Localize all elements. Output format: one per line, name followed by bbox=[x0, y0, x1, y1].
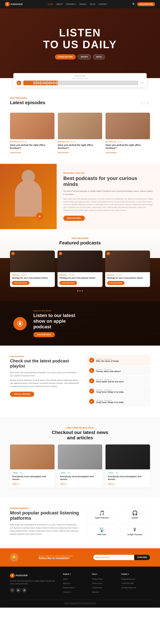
play-button[interactable]: ▶ bbox=[17, 80, 21, 85]
playlist-item-label: Episode 5 · Microphone bbox=[96, 400, 124, 401]
episode-meta: Cushion Life Episode bbox=[106, 141, 150, 142]
play-button[interactable]: ▶ bbox=[89, 358, 94, 363]
play-button[interactable]: ▶ bbox=[89, 399, 94, 404]
nav-about[interactable]: ABOUT bbox=[56, 3, 63, 5]
playlist-item-label: Episode 1 · Microphone bbox=[96, 358, 119, 360]
news-card: Guest 0 Everybody loves pineapples and d… bbox=[106, 444, 150, 488]
footer-phone[interactable]: +1 800 555 5555 bbox=[121, 582, 134, 584]
play-overlay[interactable]: ▶ bbox=[36, 212, 43, 220]
playlist-section: Enjoy New Shows Check out the latest pod… bbox=[0, 346, 160, 417]
footer-logo-icon bbox=[10, 573, 15, 578]
discover-now-button[interactable]: DISCOVER NOW bbox=[137, 2, 155, 6]
footer-email[interactable]: info@podover.com bbox=[121, 578, 135, 580]
youtube-icon[interactable]: ▶ bbox=[16, 588, 21, 592]
nav-right: 🔍 DISCOVER NOW bbox=[132, 2, 155, 6]
nav-home[interactable]: HOME bbox=[48, 3, 53, 5]
nav-pages[interactable]: PAGES ▾ bbox=[79, 3, 87, 5]
special-offer-tag: Special Offer to Voice Over bbox=[63, 172, 153, 174]
pagination-dot[interactable] bbox=[77, 290, 78, 292]
footer-link[interactable]: Contact Us bbox=[63, 591, 71, 593]
next-episode-button[interactable]: › bbox=[146, 101, 150, 106]
footer-link[interactable]: Home bbox=[63, 578, 67, 580]
news-tag: Direct from the Blog Posts bbox=[10, 427, 150, 429]
svg-rect-38 bbox=[57, 82, 58, 84]
newsletter-email-input[interactable] bbox=[93, 555, 134, 560]
pagination-dot[interactable] bbox=[79, 290, 81, 292]
footer-find-links: Privacy Policy Terms of Use Cookie Polic… bbox=[92, 577, 116, 593]
apple-podcast-icon bbox=[13, 317, 27, 330]
episode-card: Cushion Life Episode Have you picked the… bbox=[106, 113, 150, 154]
footer-contact-links: info@podover.com +1 800 555 5555 123 Mai… bbox=[121, 577, 150, 589]
category-dot bbox=[106, 141, 107, 142]
footer-address[interactable]: 123 Main Street, NY bbox=[121, 587, 136, 589]
discover-more-button[interactable]: DISCOVER MORE bbox=[63, 216, 85, 221]
platforms-logos: 🎵 Apple Podcasts 🎧 Spotify 📡 RSS Feed 🎙 … bbox=[87, 508, 150, 538]
hero-section: LISTEN TO US DAILY DOWNLOAD NOW SPOTIFY … bbox=[0, 8, 160, 78]
nav-podcast[interactable]: PODCAST ▾ bbox=[66, 3, 76, 5]
news-title: Everybody loves pineapples and donuts bbox=[108, 475, 148, 481]
twitter-icon[interactable]: 𝕏 bbox=[10, 588, 15, 592]
footer-contact-title: Contact ▾ bbox=[121, 573, 150, 575]
episode-title: Have you picked the right office furnitu… bbox=[58, 144, 102, 150]
play-button[interactable]: ▶ bbox=[89, 378, 94, 383]
playlist-tag: Enjoy New Shows bbox=[10, 356, 80, 358]
play-button[interactable]: ▶ bbox=[89, 368, 94, 373]
view-all-episodes-button[interactable]: VIEW ALL EPISODES bbox=[10, 392, 34, 397]
news-badge-guest: Guest bbox=[108, 472, 114, 474]
nav-contact[interactable]: CONTACT bbox=[99, 3, 107, 5]
news-title: Everybody loves pineapples and donuts bbox=[12, 475, 52, 481]
featured-discover-button[interactable]: DISCOVER MORE bbox=[12, 281, 30, 285]
footer-contact-item: 123 Main Street, NY bbox=[121, 586, 150, 589]
spotify-button[interactable]: SPOTIFY bbox=[78, 54, 91, 60]
featured-category: Marketing bbox=[59, 274, 67, 276]
download-button[interactable]: DOWNLOAD NOW bbox=[55, 54, 75, 60]
playlist-item: ▶ Episode 4 · Technology Craig Tyson: th… bbox=[87, 386, 150, 396]
hero-title: LISTEN TO US DAILY bbox=[43, 27, 117, 50]
pagination-dot[interactable] bbox=[82, 290, 83, 292]
search-icon[interactable]: 🔍 bbox=[132, 3, 135, 6]
svg-rect-32 bbox=[51, 82, 52, 84]
play-button[interactable]: ▶ bbox=[89, 389, 94, 394]
apple-button[interactable]: APPLE bbox=[93, 54, 105, 60]
news-view-link[interactable]: VIEW ALL bbox=[108, 483, 115, 485]
featured-discover-button[interactable]: DISCOVER MORE bbox=[107, 281, 125, 285]
footer-link[interactable]: Terms of Use bbox=[92, 582, 102, 584]
featured-category: Marketing bbox=[107, 274, 114, 276]
playlist-item-title: Tommy: where seek advice? bbox=[96, 370, 121, 372]
episode-card: Partition's life Episode Have you picked… bbox=[58, 113, 102, 154]
svg-rect-30 bbox=[50, 81, 50, 85]
featured-discover-button[interactable]: DISCOVER MORE bbox=[59, 281, 77, 285]
svg-rect-36 bbox=[55, 82, 56, 84]
view-episode-link[interactable]: VIEW EPISODE → bbox=[58, 152, 71, 154]
footer-link[interactable]: Cookie Policy bbox=[92, 587, 102, 589]
prev-episode-button[interactable]: ‹ bbox=[140, 101, 145, 106]
news-view-link[interactable]: VIEW ALL bbox=[60, 483, 67, 485]
news-card-body: Guest 0 Everybody loves pineapples and d… bbox=[58, 470, 102, 488]
svg-rect-22 bbox=[42, 82, 42, 84]
nav-links: HOME ABOUT PODCAST ▾ PAGES ▾ BLOG CONTAC… bbox=[48, 3, 107, 5]
svg-rect-15 bbox=[35, 82, 36, 84]
footer-link[interactable]: About Us bbox=[63, 582, 70, 584]
view-episode-link[interactable]: VIEW EPISODE → bbox=[106, 152, 118, 154]
instagram-icon[interactable]: ◉ bbox=[22, 588, 27, 592]
footer-link[interactable]: Podcast Shows bbox=[63, 587, 74, 589]
platforms-section: Growing Audiences Most popular podcast l… bbox=[0, 498, 160, 548]
featured-card-number: 3 bbox=[107, 252, 110, 255]
logo-icon bbox=[5, 2, 10, 6]
apple-discover-button[interactable]: DISCOVER MORE bbox=[33, 332, 55, 337]
news-title: Everybody loves pineapples and donuts bbox=[60, 475, 100, 481]
news-card: Guest 0 Everybody loves pineapples and d… bbox=[58, 444, 102, 488]
footer-link[interactable]: Privacy Policy bbox=[92, 578, 103, 580]
nav-blog[interactable]: BLOG bbox=[90, 3, 95, 5]
footer-link[interactable]: Advertise bbox=[92, 591, 99, 593]
episode-image bbox=[10, 113, 54, 139]
featured-episode: 5 episode bbox=[116, 274, 122, 276]
player-waveform[interactable] bbox=[23, 80, 138, 85]
footer-link-item: Cookie Policy bbox=[92, 586, 116, 589]
view-episode-link[interactable]: VIEW EPISODE → bbox=[10, 152, 23, 154]
logo[interactable]: PODOVER bbox=[5, 2, 23, 6]
newsletter-submit-button[interactable]: SUBSCRIBE bbox=[134, 555, 150, 560]
news-view-link[interactable]: VIEW ALL bbox=[12, 483, 20, 485]
svg-rect-39 bbox=[24, 82, 25, 84]
svg-rect-35 bbox=[54, 82, 55, 84]
